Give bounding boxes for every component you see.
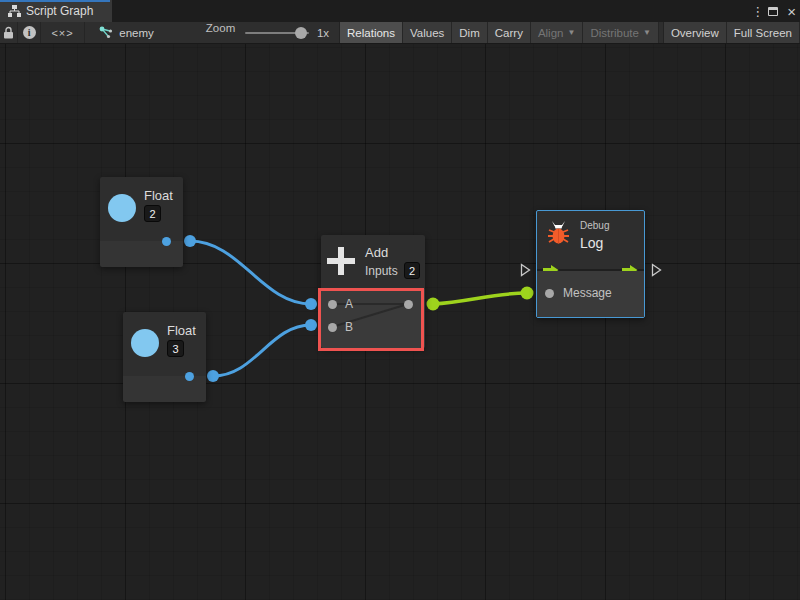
align-button[interactable]: Align▼ (531, 22, 584, 43)
maximize-icon[interactable] (768, 7, 778, 16)
window-tab-bar: Script Graph ⋮ × (0, 0, 800, 22)
node-float-1[interactable]: Float 2 (100, 177, 183, 267)
graph-canvas[interactable]: Float 2 Float 3 Add Inputs 2 A B (0, 44, 800, 600)
tab-script-graph[interactable]: Script Graph (0, 0, 112, 22)
node-title: Log (580, 235, 603, 251)
add-header: Add Inputs 2 (321, 235, 425, 289)
float-value-field[interactable]: 3 (167, 340, 184, 357)
graph-reference[interactable]: enemy (99, 22, 154, 43)
float-icon (108, 194, 136, 222)
chevron-down-icon: ▼ (567, 28, 575, 37)
node-title: Float (144, 188, 173, 203)
bug-icon (546, 219, 571, 246)
port-b-label: B (345, 320, 353, 334)
plus-icon (327, 246, 355, 276)
add-port-section: A B (321, 289, 425, 348)
message-input-port[interactable] (545, 289, 554, 298)
graph-nodes-icon (99, 26, 113, 39)
tab-title: Script Graph (26, 4, 93, 18)
overview-button[interactable]: Overview (664, 22, 727, 43)
internal-connections (321, 289, 425, 348)
info-icon: i (23, 26, 36, 39)
fullscreen-button[interactable]: Full Screen (727, 22, 800, 43)
output-port-sum[interactable] (404, 300, 413, 309)
edge-endpoint (305, 319, 317, 331)
debug-header: Debug Log (537, 211, 644, 271)
node-debug-log[interactable]: Debug Log Message (536, 210, 645, 318)
float-output-port[interactable] (162, 237, 171, 246)
node-category: Debug (580, 220, 609, 231)
carry-button[interactable]: Carry (488, 22, 531, 43)
graph-name-label: enemy (119, 27, 154, 39)
node-title: Float (167, 323, 196, 338)
distribute-button[interactable]: Distribute▼ (583, 22, 659, 43)
node-float-2[interactable]: Float 3 (123, 312, 206, 402)
edge-float2-to-add-b[interactable] (213, 325, 311, 376)
chevron-down-icon: ▼ (643, 28, 651, 37)
edge-endpoint (184, 235, 196, 247)
exec-input-triangle[interactable] (520, 263, 531, 277)
float-port-section (123, 376, 206, 402)
input-port-a[interactable] (328, 300, 337, 309)
relations-button[interactable]: Relations (340, 22, 403, 43)
edge-endpoint (427, 298, 440, 311)
edge-endpoint (521, 287, 534, 300)
zoom-label: Zoom (206, 22, 235, 43)
float-icon (131, 329, 159, 357)
inputs-count-field[interactable]: 2 (404, 262, 420, 279)
float-output-port[interactable] (185, 372, 194, 381)
float-value-field[interactable]: 2 (144, 205, 161, 222)
float-port-section (100, 241, 183, 267)
inputs-label: Inputs (365, 264, 398, 278)
debug-port-section: Message (537, 271, 644, 317)
edit-graph-button[interactable]: <×> (41, 22, 86, 43)
message-port-label: Message (563, 286, 612, 300)
edge-add-to-log-message[interactable] (433, 293, 527, 304)
window-menu-icon[interactable]: ⋮ (751, 4, 759, 19)
port-a-label: A (345, 297, 353, 311)
active-tab-accent (0, 0, 110, 2)
toolbar-buttons: Relations Values Dim Carry Align▼ Distri… (339, 22, 800, 43)
node-add[interactable]: Add Inputs 2 A B (321, 235, 425, 348)
exec-output-triangle[interactable] (651, 263, 662, 277)
code-icon: <×> (51, 27, 73, 39)
input-port-b[interactable] (328, 323, 337, 332)
graph-toolbar: i <×> enemy Zoom 1x Relations Values Dim… (0, 22, 800, 44)
edge-endpoint (305, 298, 317, 310)
script-graph-icon (8, 5, 21, 17)
close-icon[interactable]: × (787, 4, 796, 19)
values-button[interactable]: Values (403, 22, 452, 43)
edge-endpoint (207, 370, 219, 382)
edge-float1-to-add-a[interactable] (190, 241, 311, 304)
zoom-slider-handle[interactable] (295, 27, 307, 39)
dim-button[interactable]: Dim (452, 22, 487, 43)
info-button[interactable]: i (18, 22, 40, 43)
lock-button[interactable] (0, 22, 18, 43)
zoom-value: 1x (317, 27, 329, 39)
node-title: Add (365, 245, 388, 260)
window-controls: ⋮ × (751, 0, 796, 22)
zoom-slider[interactable] (245, 32, 309, 34)
lock-icon (3, 26, 14, 39)
